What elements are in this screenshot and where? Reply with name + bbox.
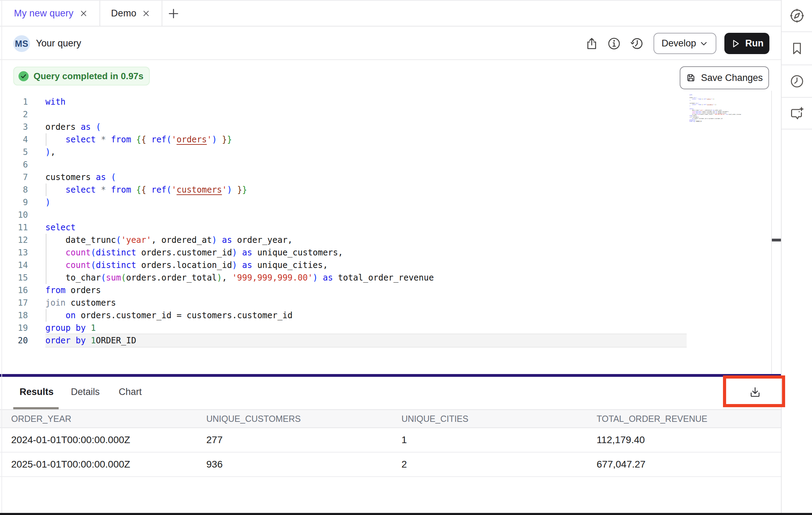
left-panel-divider: [1, 0, 2, 513]
share-icon[interactable]: [585, 37, 599, 51]
query-editor-app: My new query Demo MS Your query: [0, 0, 812, 515]
column-header[interactable]: TOTAL_ORDER_REVENUE: [585, 410, 781, 427]
tab-bar: My new query Demo: [0, 0, 781, 27]
save-changes-label: Save Changes: [701, 73, 763, 83]
develop-dropdown[interactable]: Develop: [654, 33, 716, 54]
column-header[interactable]: UNIQUE_CUSTOMERS: [195, 410, 390, 427]
tab-separator: [162, 1, 162, 26]
cell-order-year: 2025-01-01T00:00:00.000Z: [0, 453, 195, 476]
rail-item-history[interactable]: [782, 65, 812, 97]
line-number-gutter: 1234567891011121314151617181920: [0, 96, 28, 347]
status-message: Query completed in 0.97s: [34, 71, 143, 82]
tab-label: Demo: [111, 8, 136, 19]
tab-label: My new query: [14, 8, 73, 19]
results-table: ORDER_YEAR UNIQUE_CUSTOMERS UNIQUE_CITIE…: [0, 409, 781, 477]
rail-item-explore[interactable]: [782, 0, 812, 31]
window-bottom-edge: [0, 513, 812, 515]
query-status-pill: Query completed in 0.97s: [13, 67, 150, 85]
rail-item-assistant[interactable]: [782, 98, 812, 129]
right-rail: [781, 0, 812, 515]
run-button[interactable]: Run: [724, 33, 769, 54]
info-icon[interactable]: [607, 37, 621, 51]
tab-details[interactable]: Details: [71, 377, 100, 407]
compass-icon: [789, 8, 805, 24]
minimap[interactable]: withorders as ( select * from {{ ref('or…: [689, 94, 780, 143]
table-header-row: ORDER_YEAR UNIQUE_CUSTOMERS UNIQUE_CITIE…: [0, 409, 781, 428]
minimap-content: withorders as ( select * from {{ ref('or…: [689, 94, 702, 122]
cell-unique-customers: 936: [195, 453, 390, 476]
tab-results[interactable]: Results: [20, 377, 54, 407]
cell-order-year: 2024-01-01T00:00:00.000Z: [0, 428, 195, 452]
close-icon[interactable]: [142, 10, 150, 17]
cell-unique-cities: 2: [390, 453, 585, 476]
table-row[interactable]: 2025-01-01T00:00:00.000Z 936 2 677,047.2…: [0, 453, 781, 477]
clock-icon: [789, 74, 805, 89]
panel-divider[interactable]: [0, 374, 781, 377]
main-panel: My new query Demo MS Your query: [0, 0, 781, 515]
cell-unique-customers: 277: [195, 428, 390, 452]
column-header[interactable]: UNIQUE_CITIES: [390, 410, 585, 427]
cell-total-order-revenue: 677,047.27: [585, 453, 781, 476]
play-icon: [730, 38, 741, 49]
status-row: Query completed in 0.97s Save Changes: [0, 60, 781, 91]
code-lines[interactable]: withorders as ( select * from {{ ref('or…: [45, 96, 434, 347]
column-header[interactable]: ORDER_YEAR: [0, 410, 195, 427]
query-title: Your query: [36, 27, 81, 60]
chevron-down-icon: [699, 39, 709, 48]
annotation-highlight-box: [723, 375, 785, 407]
sql-editor[interactable]: 1234567891011121314151617181920 withorde…: [0, 91, 781, 374]
cell-total-order-revenue: 112,179.40: [585, 428, 781, 452]
close-icon[interactable]: [80, 10, 87, 17]
rail-divider: [782, 129, 812, 129]
overview-ruler-cursor: [772, 239, 781, 241]
history-icon[interactable]: [630, 37, 644, 51]
results-panel: Results Details Chart ORDER_YEAR UNIQUE_…: [0, 377, 781, 513]
table-row[interactable]: 2024-01-01T00:00:00.000Z 277 1 112,179.4…: [0, 428, 781, 453]
save-changes-button[interactable]: Save Changes: [680, 66, 769, 89]
save-icon: [686, 73, 696, 83]
tab-demo[interactable]: Demo: [100, 1, 162, 26]
success-check-icon: [19, 71, 29, 81]
overview-ruler: [771, 91, 772, 374]
bookmark-icon: [790, 41, 804, 56]
query-header: MS Your query: [0, 27, 781, 60]
develop-label: Develop: [662, 38, 696, 49]
avatar: MS: [13, 35, 30, 52]
new-tab-button[interactable]: [167, 7, 180, 20]
tab-chart[interactable]: Chart: [119, 377, 142, 407]
rail-item-bookmarks[interactable]: [782, 32, 812, 65]
chat-sparkle-icon: [789, 105, 805, 121]
results-tab-bar: Results Details Chart: [0, 377, 781, 409]
cell-unique-cities: 1: [390, 428, 585, 452]
run-label: Run: [745, 38, 763, 49]
